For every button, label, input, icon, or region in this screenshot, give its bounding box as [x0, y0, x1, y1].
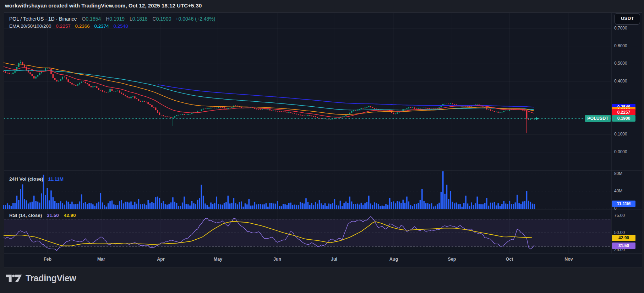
chart-canvas[interactable] [0, 0, 644, 293]
volume-bar [528, 201, 529, 209]
candle-body [231, 107, 233, 108]
volume-bar [522, 202, 524, 209]
volume-bar [383, 206, 385, 209]
volume-bar [406, 197, 408, 209]
volume-bar [376, 203, 377, 209]
volume-bar [513, 204, 514, 209]
volume-bar [328, 203, 329, 209]
candle-body [53, 74, 54, 78]
candle-body [395, 114, 396, 114]
candle-body [273, 111, 274, 111]
volume-bar [239, 202, 240, 209]
volume-bar [467, 203, 469, 209]
tradingview-logo[interactable]: TradingView [6, 272, 76, 284]
time-axis[interactable] [4, 254, 611, 267]
candle-body [210, 108, 212, 108]
candle-body [60, 79, 61, 81]
candle-body [132, 96, 134, 97]
candle-body [260, 110, 261, 110]
candle-body [5, 71, 6, 73]
candle-body [174, 116, 175, 118]
volume-bar [66, 201, 67, 209]
volume-bar [281, 206, 282, 209]
volume-bar [420, 200, 421, 209]
candle-body [262, 109, 263, 110]
candle-body [530, 119, 531, 119]
candle-body [292, 113, 294, 113]
rsi-legend: RSI (14, close) 31.50 42.90 [9, 213, 76, 218]
volume-bar [494, 202, 495, 209]
volume-bar [503, 201, 504, 209]
volume-bar [176, 203, 178, 209]
candle-body [444, 104, 446, 104]
volume-bar [130, 202, 132, 209]
candle-body [67, 79, 69, 82]
candle-body [33, 76, 35, 78]
volume-bar [168, 204, 170, 209]
volume-bar [28, 203, 29, 209]
volume-bar [60, 201, 61, 209]
candle-body [283, 112, 284, 112]
volume-bar [304, 203, 305, 209]
tradingview-logo-text: TradingView [26, 273, 76, 283]
volume-bar [138, 199, 140, 209]
candle-body [294, 113, 295, 114]
candle-body [450, 103, 451, 104]
volume-bar [490, 203, 491, 209]
candle-body [328, 119, 329, 119]
price-tick: 0.4000 [614, 79, 627, 84]
symbol-title: POL / TetherUS · 1D · Binance [9, 16, 77, 22]
volume-bar [64, 204, 65, 209]
volume-bar [273, 203, 274, 209]
volume-bar [22, 184, 23, 209]
volume-bar [134, 202, 136, 209]
volume-bar [197, 200, 198, 209]
volume-bar [12, 203, 14, 209]
volume-bar [410, 205, 411, 209]
price-tick: 0.6000 [614, 43, 627, 48]
candle-body [115, 91, 116, 91]
volume-bar [446, 185, 448, 209]
candle-body [75, 85, 77, 86]
volume-bar [167, 205, 168, 209]
volume-bar [340, 201, 341, 209]
volume-bar [248, 199, 250, 209]
volume-bar [269, 203, 271, 209]
volume-bar [266, 203, 267, 209]
candle-body [235, 106, 236, 106]
volume-bar [77, 204, 78, 209]
ema-legend: EMA 20/50/100/200 0.2257 0.2366 0.2374 0… [9, 23, 131, 29]
candle-body [218, 107, 219, 108]
volume-bar [58, 203, 60, 209]
month-label: Nov [564, 257, 573, 262]
candle-body [370, 106, 371, 107]
volume-bar [20, 189, 21, 209]
volume-bar [286, 205, 288, 209]
candle-body [98, 88, 99, 90]
volume-bar [374, 202, 375, 209]
candle-body [438, 107, 440, 108]
month-label: Apr [157, 257, 165, 262]
ohlc-close: C0.1900 [153, 16, 171, 22]
volume-bar [178, 206, 179, 209]
candle-body [229, 108, 231, 108]
candle-body [237, 106, 238, 106]
volume-bar [497, 203, 499, 209]
price-tick: 0.1000 [614, 132, 627, 137]
candle-body [317, 117, 318, 118]
candle-body [56, 80, 58, 81]
candle-body [153, 107, 155, 107]
volume-bar [518, 203, 520, 209]
candle-body [224, 107, 225, 108]
volume-bar [207, 205, 208, 209]
candle-body [505, 111, 507, 111]
volume-bar [294, 204, 295, 209]
candle-body [70, 82, 71, 83]
candle-body [9, 73, 10, 74]
rsi-ma-value: 42.90 [64, 213, 76, 218]
volume-bar [5, 205, 6, 209]
volume-bar [476, 197, 478, 209]
volume-bar [204, 203, 206, 209]
candle-body [91, 86, 92, 87]
gridlines [4, 13, 611, 254]
